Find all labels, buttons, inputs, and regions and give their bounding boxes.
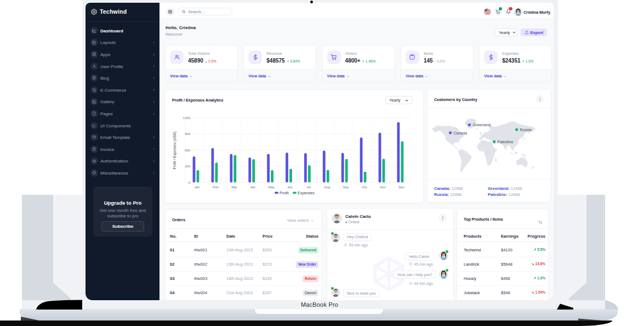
svg-text:Jan: Jan [195, 186, 200, 189]
svg-text:0: 0 [189, 181, 191, 184]
svg-text:Oct: Oct [362, 186, 367, 189]
svg-text:Russia: Russia [520, 128, 532, 132]
svg-text:1200: 1200 [183, 116, 191, 120]
svg-text:Canada: Canada [454, 131, 468, 135]
svg-text:Jun: Jun [287, 186, 293, 189]
svg-text:Dec: Dec [398, 186, 404, 189]
svg-text:300: 300 [185, 165, 191, 168]
svg-text:Feb: Feb [213, 186, 219, 189]
svg-text:Palestine: Palestine [498, 140, 514, 144]
svg-text:Profit / Expenses (USD): Profit / Expenses (USD) [173, 132, 177, 170]
svg-text:Apr: Apr [250, 186, 255, 189]
svg-text:Nov: Nov [380, 186, 386, 189]
svg-text:600: 600 [185, 149, 191, 152]
svg-text:Greenland: Greenland [473, 123, 491, 127]
svg-text:May: May [269, 186, 275, 189]
svg-text:Expenses: Expenses [298, 191, 315, 195]
svg-text:900: 900 [185, 132, 191, 136]
svg-text:Aug: Aug [324, 186, 330, 189]
svg-text:Sep: Sep [343, 186, 349, 189]
svg-text:Mar: Mar [231, 186, 237, 189]
svg-text:Jul: Jul [306, 186, 311, 189]
svg-text:Profit: Profit [280, 191, 288, 195]
